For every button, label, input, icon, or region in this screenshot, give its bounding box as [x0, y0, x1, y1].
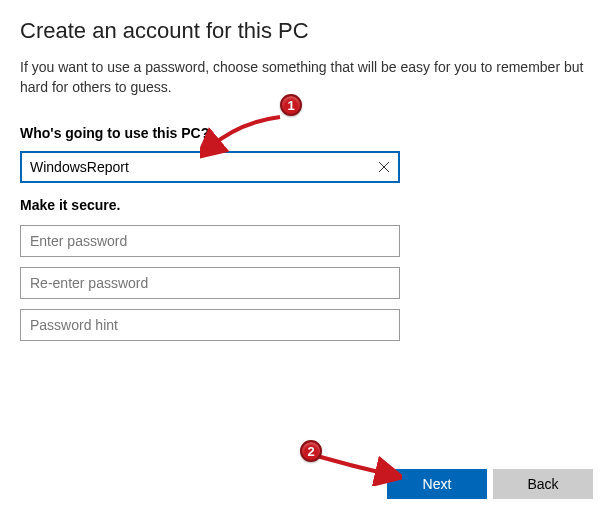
- annotation-marker-2: 2: [300, 440, 322, 462]
- password-input-stack: [20, 225, 593, 341]
- annotation-marker-1: 1: [280, 94, 302, 116]
- page-title: Create an account for this PC: [20, 18, 593, 44]
- username-input[interactable]: [20, 151, 400, 183]
- password-hint-input[interactable]: [20, 309, 400, 341]
- reenter-input-wrap: [20, 267, 400, 299]
- username-section-label: Who's going to use this PC?: [20, 125, 593, 141]
- footer-buttons: Next Back: [387, 469, 593, 499]
- hint-input-wrap: [20, 309, 400, 341]
- page-subtitle: If you want to use a password, choose so…: [20, 58, 593, 97]
- username-input-wrap: [20, 151, 400, 183]
- next-button[interactable]: Next: [387, 469, 487, 499]
- password-section-label: Make it secure.: [20, 197, 593, 213]
- password-input-wrap: [20, 225, 400, 257]
- reenter-password-input[interactable]: [20, 267, 400, 299]
- back-button[interactable]: Back: [493, 469, 593, 499]
- clear-input-icon[interactable]: [374, 157, 394, 177]
- password-input[interactable]: [20, 225, 400, 257]
